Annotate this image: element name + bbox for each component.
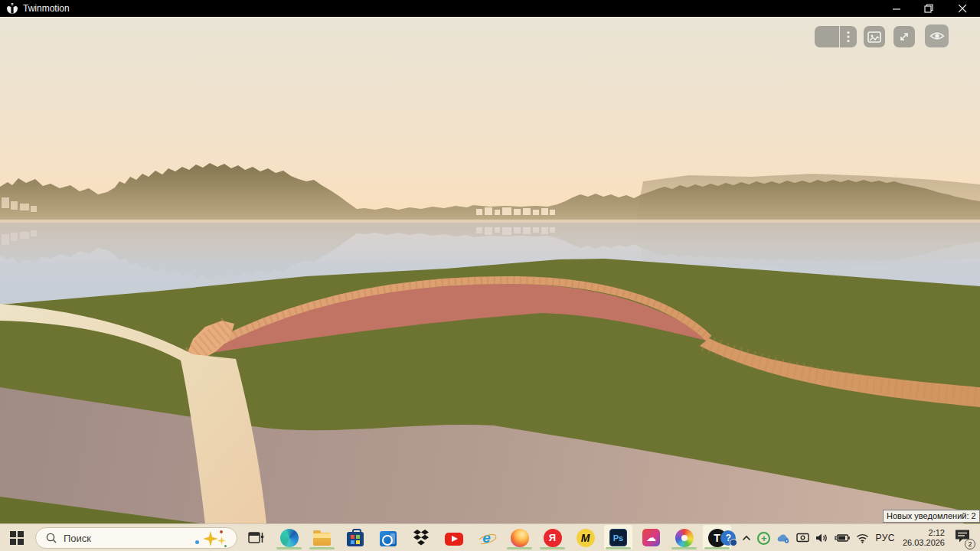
title-bar: Twinmotion xyxy=(0,0,980,17)
taskbar-app-task-view[interactable] xyxy=(242,525,270,550)
cloud-icon xyxy=(776,533,790,543)
taskbar-apps: e Я M Ps ☁ T xyxy=(242,525,731,550)
taskbar: Поиск xyxy=(0,523,980,551)
file-explorer-icon xyxy=(313,533,331,546)
copilot-sparkle-icon xyxy=(192,530,227,548)
taskbar-app-youtube[interactable] xyxy=(439,525,468,550)
search-box[interactable]: Поиск xyxy=(35,527,237,549)
edge-icon xyxy=(280,529,299,547)
help-tray-icon[interactable]: ? xyxy=(720,530,736,546)
youtube-icon xyxy=(445,533,463,546)
taskbar-app-dropbox[interactable] xyxy=(407,525,435,550)
wifi-tray-icon[interactable] xyxy=(856,533,869,543)
green-plus-tray-icon[interactable]: + xyxy=(757,532,770,545)
yandex-browser-icon: Я xyxy=(544,529,562,547)
taskbar-app-edge[interactable] xyxy=(275,525,303,550)
firefox-icon xyxy=(511,529,529,547)
minimize-icon xyxy=(893,5,901,13)
taskbar-app-internet-explorer[interactable]: e xyxy=(472,525,501,550)
taskbar-app-yandex[interactable]: Я xyxy=(538,525,567,550)
taskbar-app-photoshop[interactable]: Ps xyxy=(604,525,632,550)
battery-tray-icon[interactable] xyxy=(835,533,850,543)
screenshot-button[interactable] xyxy=(864,26,885,47)
search-icon xyxy=(46,533,57,543)
clock-date: 26.03.2026 xyxy=(903,538,945,548)
speaker-icon xyxy=(815,533,828,543)
search-placeholder: Поиск xyxy=(64,533,91,544)
twinmotion-window: Twinmotion xyxy=(0,0,980,551)
visibility-button[interactable] xyxy=(925,24,949,47)
more-options-icon xyxy=(847,31,850,43)
start-button[interactable] xyxy=(10,531,24,545)
taskbar-app-miro[interactable]: M xyxy=(571,525,599,550)
horizon-haze xyxy=(0,167,980,223)
taskbar-app-explorer[interactable] xyxy=(308,525,336,550)
internet-explorer-icon: e xyxy=(478,529,496,547)
more-options-button[interactable] xyxy=(840,26,857,47)
volume-tray-icon[interactable] xyxy=(815,533,828,543)
taskbar-app-creative-cloud[interactable]: ☁ xyxy=(637,525,665,550)
taskbar-app-firefox[interactable] xyxy=(505,525,534,550)
notification-center-button[interactable]: 2 xyxy=(954,529,972,547)
color-wheel-icon xyxy=(675,529,694,547)
eye-icon xyxy=(929,30,945,42)
language-indicator[interactable]: РУС xyxy=(875,533,895,543)
miro-icon: M xyxy=(577,529,595,547)
clock-time: 2:12 xyxy=(903,528,945,538)
system-tray: ? + xyxy=(720,524,972,551)
camera-slot-button[interactable] xyxy=(815,26,839,47)
notification-badge: 2 xyxy=(965,539,975,549)
taskbar-app-outlook[interactable] xyxy=(374,525,402,550)
hidden-icons-chevron[interactable] xyxy=(742,535,751,541)
wifi-icon xyxy=(856,533,869,543)
notification-tooltip: Новых уведомлений: 2 xyxy=(883,510,980,523)
restore-button[interactable] xyxy=(916,0,942,17)
dropbox-icon xyxy=(412,530,430,546)
close-icon xyxy=(959,5,967,13)
taskbar-app-color-wheel[interactable] xyxy=(670,525,698,550)
expand-icon xyxy=(898,31,910,43)
display-icon xyxy=(796,533,809,543)
window-title: Twinmotion xyxy=(23,0,70,17)
scene-3d-render xyxy=(0,18,980,524)
minimize-button[interactable] xyxy=(884,0,910,17)
outlook-icon xyxy=(380,531,397,546)
creative-cloud-icon: ☁ xyxy=(642,529,660,546)
cast-display-tray-icon[interactable] xyxy=(796,533,809,543)
screenshot-icon xyxy=(867,31,881,43)
photoshop-icon: Ps xyxy=(609,529,627,546)
viewport[interactable]: Новых уведомлений: 2 xyxy=(0,17,980,523)
cloud-tray-icon[interactable] xyxy=(776,533,790,543)
close-button[interactable] xyxy=(949,0,975,17)
battery-icon xyxy=(835,533,850,543)
chevron-up-icon xyxy=(742,535,751,541)
restore-icon xyxy=(924,4,933,13)
fullscreen-button[interactable] xyxy=(893,26,915,47)
taskbar-app-store[interactable] xyxy=(341,525,369,550)
clock[interactable]: 2:12 26.03.2026 xyxy=(903,528,945,548)
twinmotion-logo-icon xyxy=(7,3,18,14)
task-view-icon xyxy=(248,531,265,545)
microsoft-store-icon xyxy=(347,532,364,546)
windows-logo-icon xyxy=(10,531,16,537)
